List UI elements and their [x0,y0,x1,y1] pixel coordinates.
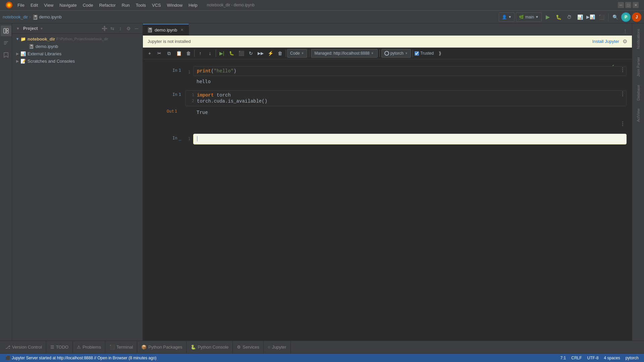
tab-more-button[interactable]: ⋮ [621,27,629,35]
activity-structure[interactable] [1,38,11,48]
sidebar-collapse-button[interactable]: ▼ [15,26,21,31]
maximize-button[interactable]: □ [625,2,631,8]
run-cell-button[interactable]: ▶| [217,49,226,58]
encoding[interactable]: UTF-8 [585,354,601,362]
menu-window[interactable]: Window [164,2,185,8]
bottom-tab-python-packages[interactable]: 📦 Python Packages [137,341,186,353]
interpreter[interactable]: pytorch [623,354,641,362]
search-button[interactable]: 🔍 [610,12,620,22]
main-layout: ▼ Project ▼ ➕ ⇆ ↕ ⚙ ─ ▼ 📁 notebook_dir F… [0,23,644,341]
cell-3-dash: _ [179,136,181,140]
menu-help[interactable]: Help [186,2,200,8]
notification-icon[interactable]: P [621,12,631,22]
cell-1-more-button[interactable]: ⋮ [620,67,625,73]
menu-vcs[interactable]: VCS [149,2,164,8]
menu-code[interactable]: Code [80,2,96,8]
menu-run[interactable]: Run [119,2,132,8]
right-tab-notifications[interactable]: Notifications [634,25,643,53]
remove-all-outputs-button[interactable]: 🗑 [275,49,285,58]
minimize-button[interactable]: ─ [618,2,624,8]
stop-button[interactable]: ⬛ [597,12,606,22]
add-cell-button[interactable]: + [145,49,154,58]
bottom-tab-services[interactable]: ⚙ Services [233,341,264,353]
sidebar-collapse-all-button[interactable]: ↕ [117,25,124,32]
bottom-tab-problems[interactable]: ⚠ Problems [73,341,105,353]
trusted-checkbox[interactable] [415,51,419,56]
cell-2-output-more-button[interactable]: ⋮ [620,121,625,127]
toolbar-sep5 [379,50,380,57]
bottom-tab-version-control[interactable]: ⎇ Version Control [1,341,46,353]
jupyter-server-status[interactable]: ⬛ Jupyter Server started at http://local… [3,354,159,362]
delete-cell-button[interactable]: 🗑 [184,49,193,58]
bottom-tab-jupyter[interactable]: ○ Jupyter [264,341,291,353]
cut-cell-button[interactable]: ✂ [155,49,164,58]
tree-item-demo-ipynb[interactable]: 📓 demo.ipynb [12,43,143,50]
indent-style[interactable]: 4 spaces [601,354,623,362]
debug-cell-button[interactable]: 🐛 [227,49,236,58]
tree-item-external-libraries[interactable]: ▶ 📊 External Libraries [12,50,143,57]
cell-3-code[interactable] [193,134,627,144]
avatar-icon[interactable]: J [632,12,641,22]
run-with-coverage-button[interactable]: ▶📊 [586,12,595,22]
paste-cell-button[interactable]: 📋 [174,49,183,58]
cursor-position[interactable]: 7:1 [558,354,569,362]
user-button[interactable]: 👤 ▼ [499,12,515,22]
line-ending[interactable]: CRLF [569,354,584,362]
debug-button[interactable]: 🐛 [554,12,563,22]
tree-item-notebook-dir[interactable]: ▼ 📁 notebook_dir F:\Python_Project\noteb… [12,35,143,43]
cell-2: In 1 1 import torch 2 torch.cuda.is_avai… [148,90,627,117]
tab-close-icon[interactable]: ✕ [179,27,184,33]
copy-cell-button[interactable]: ⧉ [164,49,174,58]
move-cell-up-button[interactable]: ↑ [196,49,205,58]
run-button[interactable]: ▶ [543,12,552,22]
sidebar-expand-button[interactable]: ⇆ [109,25,116,32]
kernel-url-selector[interactable]: Managed: http://localhost:8888 ▼ [311,49,378,58]
move-cell-down-button[interactable]: ↓ [205,49,215,58]
sidebar-settings-button[interactable]: ⚙ [125,25,132,32]
tree-label-notebook-dir: notebook_dir [28,37,55,42]
sidebar-add-button[interactable]: ➕ [101,25,108,32]
tab-bar-actions: ⋮ [619,27,632,35]
tab-label: demo.ipynb [155,27,177,33]
run-all-button[interactable]: ▶▶ [256,49,265,58]
tree-item-scratches[interactable]: ▶ 📝 Scratches and Consoles [12,57,143,65]
jupyter-settings-icon[interactable]: ⚙ [623,38,627,45]
clear-output-button[interactable]: ⚡ [266,49,275,58]
editor-tab-demo[interactable]: 📓 demo.ipynb ✕ [143,24,189,35]
activity-project[interactable] [1,25,11,36]
jupyter-icon: ○ [268,345,270,350]
cell-1-code[interactable]: print("hello") [193,66,627,76]
cell-2-code[interactable]: 1 import torch 2 torch.cuda.is_available… [185,90,627,106]
bottom-tab-python-console[interactable]: 🐍 Python Console [186,341,233,353]
cell-2-more-button[interactable]: ⋮ [620,91,625,97]
bottom-tab-todo[interactable]: ☰ TODO [46,341,73,353]
right-tab-json-parser[interactable]: Json Parser [634,53,643,81]
install-jupyter-link[interactable]: Install Jupyter [592,39,619,44]
restart-kernel-button[interactable]: ↻ [246,49,256,58]
close-button[interactable]: ✕ [633,2,639,8]
menu-refactor[interactable]: Refactor [97,2,118,8]
stop-kernel-button[interactable]: ⬛ [236,49,246,58]
tree-path-notebook-dir: F:\Python_Project\notebook_dir [56,37,108,41]
coverage-button[interactable]: 📊 [575,12,585,22]
git-branch-selector[interactable]: 🌿 main ▼ [516,12,542,22]
toolbar-more-button[interactable]: ⟫ [435,49,445,58]
breadcrumb-file[interactable]: 📓 demo.ipynb [32,14,62,20]
sidebar-hide-button[interactable]: ─ [133,25,140,32]
menu-file[interactable]: File [15,2,27,8]
menu-edit[interactable]: Edit [28,2,41,8]
tree-label-scratches: Scratches and Consoles [28,59,75,64]
cell-type-selector[interactable]: Code ▼ [287,49,307,58]
bottom-tab-terminal[interactable]: ⬛ Terminal [105,341,137,353]
right-tab-actview[interactable]: ActView [634,105,643,126]
menu-tools[interactable]: Tools [133,2,149,8]
breadcrumb-root[interactable]: notebook_dir [3,14,28,19]
profile-button[interactable]: ⏱ [565,12,574,22]
python-packages-label: Python Packages [148,345,182,350]
trusted-checkbox-container[interactable]: Trusted [415,51,434,56]
menu-navigate[interactable]: Navigate [57,2,79,8]
menu-view[interactable]: View [41,2,56,8]
right-tab-database[interactable]: Database [634,81,643,105]
kernel-name-selector[interactable]: pytorch ▼ [381,49,411,58]
activity-bookmarks[interactable] [1,50,11,60]
